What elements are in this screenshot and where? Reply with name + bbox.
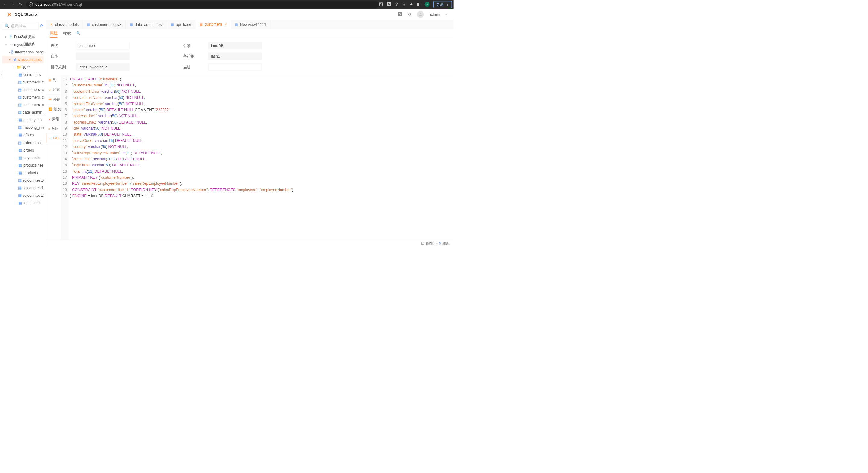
browser-update-label: 更新 — [436, 2, 444, 7]
tree-schema-classicmodels[interactable]: ▾ 🛢 classicmodels — [2, 56, 43, 63]
section-triggers[interactable]: 📶触发器 — [46, 104, 61, 114]
browser-toolbar: ← → ⟳ i localhost :8081/#/home/sql ⚿ 🅰 ⇪… — [0, 0, 454, 9]
settings-icon[interactable]: ⚙ — [408, 12, 411, 17]
tab-data_admin_test[interactable]: ▦data_admin_test — [126, 20, 167, 29]
section-columns[interactable]: ▦列 — [46, 75, 61, 85]
tab-customers_copy3[interactable]: ▦customers_copy3 — [83, 20, 126, 29]
table-icon: ▦ — [18, 163, 22, 167]
translate-icon[interactable]: 🅰 — [387, 2, 391, 7]
search-input[interactable]: 🔍 点击搜索 — [2, 22, 38, 30]
tree-db-mysql[interactable]: ▾ ▱ mysql测试库 — [2, 41, 43, 48]
line-number: 9 — [61, 125, 67, 131]
tree-table-sqlconntest0[interactable]: ▦sqlconntest0 — [2, 177, 43, 184]
table-icon: ▦ — [18, 110, 22, 115]
tree-table-orderdetails[interactable]: ▦orderdetails⋯ — [2, 139, 43, 147]
sidepanel-icon[interactable]: ◧ — [417, 2, 421, 7]
tree-table-sqlconntest1[interactable]: ▦sqlconntest1 — [2, 184, 43, 192]
user-avatar-icon[interactable] — [417, 11, 424, 18]
line-number: 2 — [61, 82, 67, 88]
prop-desc-input[interactable] — [208, 63, 262, 71]
table-icon: ▦ — [18, 88, 22, 92]
close-icon[interactable]: ✕ — [224, 23, 227, 26]
site-info-icon[interactable]: i — [29, 2, 33, 7]
reload-icon[interactable]: ⟳ — [17, 2, 24, 7]
line-number: 4 — [61, 95, 67, 101]
prop-desc-label: 描述 — [183, 64, 202, 70]
subtab-attributes[interactable]: 属性 — [50, 29, 57, 38]
table-icon: ▦ — [18, 80, 22, 84]
tree-tables-group[interactable]: ▾ 📁 表 27 — [2, 63, 43, 71]
table-icon: ▦ — [18, 148, 23, 152]
tree-table-sqlconntest2[interactable]: ▦sqlconntest2 — [2, 192, 43, 199]
prop-autoinc-input[interactable] — [76, 53, 130, 60]
tree-table-customers[interactable]: ▦customers — [2, 71, 43, 78]
tree-table-customers_copy3[interactable]: ▦customers_copy3 — [2, 101, 43, 108]
section-ddl[interactable]: ▭DDL — [46, 134, 61, 144]
table-section-tabs: ▦列 ☼约束 ⮂外键 📶触发器 ⚲索引 ⌗分区 ▭DDL — [46, 75, 61, 240]
prop-engine-input[interactable]: InnoDB — [208, 42, 262, 50]
database-icon: 🗄 — [9, 35, 13, 39]
bookmark-icon[interactable]: ☆ — [402, 2, 406, 7]
address-bar[interactable]: i localhost :8081/#/home/sql — [26, 1, 379, 7]
browser-profile-badge[interactable]: z — [425, 2, 430, 7]
indexes-icon: ⚲ — [48, 117, 51, 121]
kebab-icon: ⋮ — [445, 2, 450, 7]
tree-table-customers_copy2[interactable]: ▦customers_copy2 — [2, 86, 43, 93]
tree-table-tabletest0[interactable]: ▦tabletest0 — [2, 199, 43, 207]
tree-table-maicong_ym_backu[interactable]: ▦maicong_ym_backu — [2, 124, 43, 131]
tree-table-data_admin_test[interactable]: ▦data_admin_test — [2, 109, 43, 116]
tree-label: mysql测试库 — [14, 42, 35, 47]
chevron-down-icon[interactable]: ▾ — [445, 13, 447, 16]
section-partitions[interactable]: ⌗分区 — [46, 124, 61, 133]
tree-table-productlines[interactable]: ▦productlines — [2, 161, 43, 169]
tab-customers[interactable]: ▦customers✕ — [195, 20, 231, 29]
subtab-data[interactable]: 数据 — [63, 29, 70, 38]
sidebar-collapse-handle[interactable]: ‹ — [0, 71, 3, 78]
table-icon: ▦ — [18, 155, 23, 160]
tree-table-payments[interactable]: ▦payments — [2, 154, 43, 161]
section-indexes[interactable]: ⚲索引 — [46, 114, 61, 124]
tree-db-daas[interactable]: ▸ 🗄 DaaS系统库 — [2, 33, 43, 41]
browser-update-button[interactable]: 更新 ⋮ — [433, 1, 452, 8]
tree-label: maicong_ym_backu — [23, 125, 44, 130]
extensions-icon[interactable]: ✦ — [410, 2, 413, 7]
line-number: 18 — [61, 181, 67, 187]
tree-label: tabletest0 — [23, 201, 39, 206]
table-icon: ▦ — [18, 103, 22, 107]
more-icon[interactable]: ⋯ — [42, 140, 43, 145]
back-icon[interactable]: ← — [1, 2, 9, 7]
tree-table-employees[interactable]: ▦employees — [2, 116, 43, 124]
chevron-down-icon: ▾ — [9, 58, 12, 61]
ddl-icon: ▭ — [49, 136, 52, 140]
prop-charset-input[interactable]: latin1 — [208, 53, 262, 60]
columns-icon: ▦ — [48, 78, 51, 82]
tree-schema-info[interactable]: ▸ 🛢 information_schema — [2, 48, 43, 56]
share-icon[interactable]: ⇪ — [395, 2, 398, 7]
table-icon: ▦ — [18, 193, 22, 198]
tree-table-customers_copy2_c[interactable]: ▦customers_copy2_c — [2, 93, 43, 101]
tab-NewView11111[interactable]: ▦NewView11111 — [231, 20, 271, 29]
section-constraints[interactable]: ☼约束 — [46, 85, 61, 95]
tab-api_base[interactable]: ▦api_base — [167, 20, 195, 29]
line-number: 15 — [61, 162, 67, 168]
properties-grid: 表名 customers 引擎 InnoDB 自增 字符集 latin1 排序规… — [46, 38, 454, 75]
tree-table-customers_copy1[interactable]: ▦customers_copy1 — [2, 78, 43, 86]
foreign-key-icon: ⮂ — [48, 98, 51, 101]
editor-code[interactable]: CREATE TABLE `customers` ( `customerNumb… — [68, 75, 454, 240]
language-icon[interactable]: 🅰 — [398, 12, 402, 17]
tab-classicmodels[interactable]: 🛢classicmodels — [46, 20, 83, 29]
sql-editor[interactable]: 1▾234567891011121314151617181920 CREATE … — [61, 75, 454, 240]
tab-label: classicmodels — [55, 22, 79, 27]
schema-icon: 🛢 — [10, 50, 14, 54]
forward-icon[interactable]: → — [9, 2, 17, 7]
tree-table-offices[interactable]: ▦offices — [2, 131, 43, 139]
tree-table-orders[interactable]: ▦orders — [2, 147, 43, 154]
tree-table-products[interactable]: ▦products — [2, 169, 43, 177]
search-icon[interactable]: 🔍 — [76, 31, 81, 36]
section-foreign-keys[interactable]: ⮂外键 — [46, 95, 61, 104]
prop-table-name-input[interactable]: customers — [76, 42, 130, 50]
prop-collation-input[interactable]: latin1_swedish_ci — [76, 63, 130, 71]
line-number: 10 — [61, 131, 67, 137]
key-icon[interactable]: ⚿ — [379, 2, 383, 7]
refresh-tree-icon[interactable]: ⟳ — [40, 24, 43, 28]
